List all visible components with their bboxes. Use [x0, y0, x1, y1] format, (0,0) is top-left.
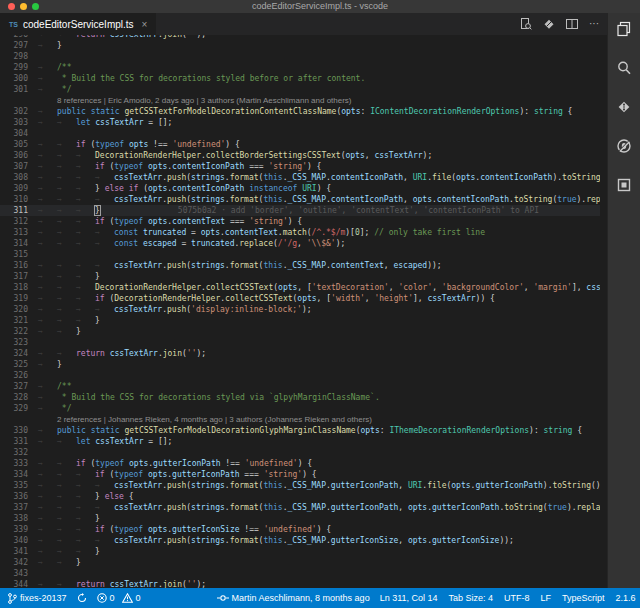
code-editor[interactable]: 296→→return cssTextArr.join('');297→}298… [0, 35, 600, 588]
tab-whitespace-arrow: → [76, 304, 95, 315]
code-line[interactable]: 303→→let cssTextArr = []; [0, 117, 600, 128]
line-number: 301 [0, 84, 38, 95]
code-line[interactable]: 300→ * Build the CSS for decorations sty… [0, 73, 600, 84]
line-number: 331 [0, 436, 38, 447]
code-line[interactable]: 305→→if (typeof opts !== 'undefined') { [0, 139, 600, 150]
explorer-icon[interactable] [614, 19, 634, 39]
tab-whitespace-arrow: → [76, 194, 95, 205]
code-line[interactable]: 315 [0, 249, 600, 260]
code-line[interactable]: 338→→→} [0, 513, 600, 524]
code-line[interactable]: 324→→return cssTextArr.join(''); [0, 348, 600, 359]
code-line[interactable]: 304 [0, 128, 600, 139]
error-icon [97, 593, 107, 603]
minimize-window-button[interactable] [20, 3, 27, 10]
open-changes-icon[interactable] [543, 18, 555, 30]
code-line[interactable]: 333→→if (typeof opts.gutterIconPath !== … [0, 458, 600, 469]
tab-whitespace-arrow: → [38, 194, 57, 205]
extensions-icon[interactable] [614, 175, 634, 195]
git-branch-item[interactable]: fixes-20137 [8, 593, 67, 604]
line-number: 308 [0, 172, 38, 183]
code-line[interactable]: 330→public static getCSSTextForModelDeco… [0, 425, 600, 436]
tab-bar: TS codeEditorServiceImpl.ts × ··· [0, 13, 607, 35]
code-line[interactable]: 336→→→} else { [0, 491, 600, 502]
code-line[interactable]: 335→→→→cssTextArr.push(strings.format(th… [0, 480, 600, 491]
code-line[interactable]: 321→→→} [0, 315, 600, 326]
code-line[interactable]: 297→} [0, 40, 600, 51]
tab-whitespace-arrow: → [57, 172, 76, 183]
maximize-window-button[interactable] [32, 3, 39, 10]
code-line[interactable]: 342→→} [0, 557, 600, 568]
close-tab-icon[interactable]: × [142, 19, 148, 30]
tab-whitespace-arrow: → [38, 40, 57, 51]
code-line[interactable]: 301→ */ [0, 84, 600, 95]
code-line[interactable]: 307→→→if (typeof opts.contentIconPath ==… [0, 161, 600, 172]
code-line[interactable]: 316→→→→cssTextArr.push(strings.format(th… [0, 260, 600, 271]
debug-icon[interactable] [614, 136, 634, 156]
line-number: 313 [0, 227, 38, 238]
close-window-button[interactable] [8, 3, 15, 10]
code-line[interactable]: 344→→return cssTextArr.join(''); [0, 579, 600, 588]
code-line[interactable]: 298 [0, 51, 600, 62]
code-line[interactable]: 314→→→→const escaped = truncated.replace… [0, 238, 600, 249]
code-line[interactable]: 327→/** [0, 381, 600, 392]
code-line[interactable]: 329→ */ [0, 403, 600, 414]
code-line[interactable]: 337→→→→cssTextArr.push(strings.format(th… [0, 502, 600, 513]
code-line[interactable]: 334→→→if (typeof opts.gutterIconPath ===… [0, 469, 600, 480]
code-line[interactable]: 331→→let cssTextArr = []; [0, 436, 600, 447]
codelens-annotation[interactable]: 2 references | Johannes Rieken, 4 months… [0, 414, 600, 425]
window-title: codeEditorServiceImpl.ts - vscode [0, 0, 640, 13]
warning-count: 0 [136, 593, 141, 603]
code-line[interactable]: 332 [0, 447, 600, 458]
code-line[interactable]: 326 [0, 370, 600, 381]
search-icon[interactable] [614, 58, 634, 78]
tab-whitespace-arrow: → [57, 194, 76, 205]
code-line[interactable]: 322→→} [0, 326, 600, 337]
code-line[interactable]: 343 [0, 568, 600, 579]
more-actions-icon[interactable]: ··· [589, 18, 599, 30]
tab-whitespace-arrow: → [76, 183, 95, 194]
code-line[interactable]: 306→→→DecorationRenderHelper.collectBord… [0, 150, 600, 161]
tab-whitespace-arrow: → [76, 282, 95, 293]
tab-whitespace-arrow: → [76, 161, 95, 172]
tab-whitespace-arrow: → [95, 304, 114, 315]
gitlens-blame-item[interactable]: Martin Aeschlimann, 8 months ago [217, 593, 370, 603]
code-line[interactable]: 317→→→} [0, 271, 600, 282]
tab-whitespace-arrow: → [95, 480, 114, 491]
code-line[interactable]: 310→→→→cssTextArr.push(strings.format(th… [0, 194, 600, 205]
activity-bar [607, 13, 640, 588]
code-line[interactable]: 312→→→if (typeof opts.contentText === 's… [0, 216, 600, 227]
code-line[interactable]: 302→public static getCSSTextForModelDeco… [0, 106, 600, 117]
code-line[interactable]: 318→→→DecorationRenderHelper.collectCSST… [0, 282, 600, 293]
code-line[interactable]: 309→→→} else if (opts.contentIconPath in… [0, 183, 600, 194]
encoding-item[interactable]: UTF-8 [504, 593, 530, 603]
problems-item[interactable]: 0 0 [97, 593, 141, 603]
code-line[interactable]: 341→→→} [0, 546, 600, 557]
code-line[interactable]: 340→→→→cssTextArr.push(strings.format(th… [0, 535, 600, 546]
language-item[interactable]: TypeScript [562, 593, 605, 603]
tab-whitespace-arrow: → [76, 260, 95, 271]
code-line[interactable]: 323 [0, 337, 600, 348]
code-line[interactable]: 320→→→→cssTextArr.push('display:inline-b… [0, 304, 600, 315]
codelens-annotation[interactable]: 8 references | Eric Amodio, 2 days ago |… [0, 95, 600, 106]
tab-whitespace-arrow: → [76, 293, 95, 304]
code-line[interactable]: 299→/** [0, 62, 600, 73]
cursor-position-item[interactable]: Ln 311, Col 14 [380, 593, 438, 603]
code-line[interactable]: 308→→→→cssTextArr.push(strings.format(th… [0, 172, 600, 183]
line-number: 344 [0, 579, 38, 588]
code-line[interactable]: 339→→→if (typeof opts.gutterIconSize !==… [0, 524, 600, 535]
tab-codeEditorServiceImpl[interactable]: TS codeEditorServiceImpl.ts × [0, 13, 156, 35]
ts-version-item[interactable]: 2.1.6 [616, 593, 636, 603]
split-editor-icon[interactable] [566, 18, 578, 30]
code-line[interactable]: 319→→→if (DecorationRenderHelper.collect… [0, 293, 600, 304]
code-line[interactable]: 311→→→}5075b0a2 · add 'border', 'outline… [0, 205, 600, 216]
code-line[interactable]: 325→} [0, 359, 600, 370]
code-line[interactable]: 328→ * Build the CSS for decorations sty… [0, 392, 600, 403]
open-preview-icon[interactable] [520, 18, 532, 30]
sync-button[interactable] [77, 593, 87, 603]
tab-size-item[interactable]: Tab Size: 4 [449, 593, 494, 603]
tab-whitespace-arrow: → [38, 293, 57, 304]
code-line[interactable]: 313→→→→const truncated = opts.contentTex… [0, 227, 600, 238]
eol-item[interactable]: LF [541, 593, 552, 603]
tab-whitespace-arrow: → [95, 502, 114, 513]
source-control-icon[interactable] [614, 97, 634, 117]
